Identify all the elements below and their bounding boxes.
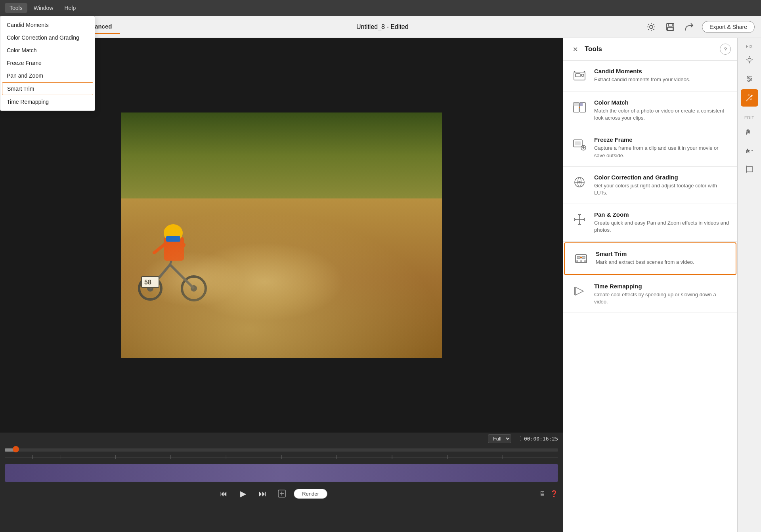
dust-overlay xyxy=(121,211,442,358)
pan-zoom-name: Pan & Zoom xyxy=(594,211,729,218)
color-correction-desc: Get your colors just right and adjust fo… xyxy=(594,182,729,196)
quality-select[interactable]: Full 1/2 1/4 xyxy=(488,434,511,443)
tool-item-candid-moments[interactable]: Candid Moments Extract candid moments fr… xyxy=(563,61,737,92)
time-remapping-desc: Create cool effects by speeding up or sl… xyxy=(594,291,729,305)
time-remapping-info: Time Remapping Create cool effects by sp… xyxy=(594,283,729,305)
export-share-button[interactable]: Export & Share xyxy=(702,21,755,33)
auto-fix-button[interactable] xyxy=(741,51,758,69)
menu-window[interactable]: Window xyxy=(29,3,58,13)
adjust-button[interactable] xyxy=(741,70,758,88)
svg-rect-70 xyxy=(577,256,580,259)
timeline-playhead[interactable] xyxy=(13,446,19,452)
color-match-info: Color Match Match the color of a photo o… xyxy=(594,99,729,122)
tools-panel-title: Tools xyxy=(585,45,602,53)
svg-point-73 xyxy=(576,260,578,262)
dropdown-candid-moments[interactable]: Candid Moments xyxy=(0,19,95,31)
timecode-display: 00:00:16:25 xyxy=(524,436,558,442)
dropdown-time-remapping[interactable]: Time Remapping xyxy=(0,95,95,108)
smart-trim-info: Smart Trim Mark and extract best scenes … xyxy=(596,250,728,266)
svg-rect-71 xyxy=(582,256,585,259)
transitions-button[interactable]: fx xyxy=(741,141,758,159)
edit-label: EDIT xyxy=(744,116,754,120)
sun-icon[interactable] xyxy=(645,21,658,33)
project-title: Untitled_8 - Edited xyxy=(356,23,409,31)
tool-item-pan-zoom[interactable]: Pan & Zoom Create quick and easy Pan and… xyxy=(563,204,737,241)
svg-marker-99 xyxy=(747,166,752,172)
freeze-frame-icon xyxy=(571,136,588,153)
time-remapping-name: Time Remapping xyxy=(594,283,729,290)
dropdown-freeze-frame[interactable]: Freeze Frame xyxy=(0,57,95,69)
svg-rect-11 xyxy=(667,28,673,31)
timeline-track[interactable] xyxy=(5,448,558,452)
effects-button[interactable]: fx xyxy=(741,122,758,140)
freeze-frame-name: Freeze Frame xyxy=(594,136,729,143)
color-match-name: Color Match xyxy=(594,99,729,106)
smart-trim-name: Smart Trim xyxy=(596,250,728,257)
right-sidebar: FIX xyxy=(737,38,761,532)
svg-rect-49 xyxy=(580,103,583,106)
svg-point-86 xyxy=(748,76,749,78)
svg-rect-48 xyxy=(574,103,579,106)
color-correction-icon xyxy=(571,174,588,191)
svg-line-94 xyxy=(751,99,752,99)
video-frame: 58 xyxy=(121,113,442,358)
svg-point-75 xyxy=(584,260,586,262)
menu-bar: Tools Window Help Candid Moments Color C… xyxy=(0,0,761,16)
help-circle-icon[interactable]: ❓ xyxy=(550,490,558,498)
svg-line-92 xyxy=(748,95,749,95)
color-match-icon xyxy=(571,99,588,116)
pan-zoom-icon xyxy=(571,211,588,228)
tools-panel-header: ✕ Tools ? xyxy=(563,38,737,61)
pan-zoom-desc: Create quick and easy Pan and Zoom effec… xyxy=(594,219,729,234)
tool-item-smart-trim[interactable]: Smart Trim Mark and extract best scenes … xyxy=(564,242,736,275)
skip-forward-button[interactable]: ⏭ xyxy=(256,488,270,500)
candid-moments-name: Candid Moments xyxy=(594,68,729,74)
tool-item-color-correction[interactable]: Color Correction and Grading Get your co… xyxy=(563,167,737,204)
svg-point-43 xyxy=(581,74,584,76)
tools-title-row: ✕ Tools xyxy=(570,44,602,55)
candid-moments-icon xyxy=(571,68,588,84)
video-controls-bar: Full 1/2 1/4 ⛶ 00:00:16:25 xyxy=(0,433,563,445)
magic-tool-button[interactable] xyxy=(741,89,758,107)
skip-back-button[interactable]: ⏮ xyxy=(216,488,231,500)
monitor-icon[interactable]: 🖥 xyxy=(539,490,545,497)
add-media-button[interactable] xyxy=(276,488,287,499)
color-correction-info: Color Correction and Grading Get your co… xyxy=(594,174,729,196)
tools-help-button[interactable]: ? xyxy=(720,44,731,55)
tool-item-time-remapping[interactable]: Time Remapping Create cool effects by sp… xyxy=(563,276,737,313)
tool-item-freeze-frame[interactable]: Freeze Frame Capture a frame from a clip… xyxy=(563,129,737,166)
menu-help[interactable]: Help xyxy=(59,3,80,13)
tool-item-color-match[interactable]: Color Match Match the color of a photo o… xyxy=(563,92,737,129)
color-match-desc: Match the color of a photo or video or c… xyxy=(594,107,729,122)
render-button[interactable]: Render xyxy=(294,489,327,499)
smart-trim-icon xyxy=(573,250,589,267)
freeze-frame-info: Freeze Frame Capture a frame from a clip… xyxy=(594,136,729,159)
color-correction-name: Color Correction and Grading xyxy=(594,174,729,181)
tools-panel: ✕ Tools ? Candid Moments Extract candid … xyxy=(563,38,737,532)
svg-line-89 xyxy=(746,97,750,101)
left-panel: 58 Full 1/2 1/4 ⛶ 00:00:16:25 xyxy=(0,38,563,532)
svg-marker-76 xyxy=(576,287,583,295)
dropdown-color-correction[interactable]: Color Correction and Grading xyxy=(0,31,95,44)
time-remapping-icon xyxy=(571,283,588,299)
share-icon[interactable] xyxy=(683,21,696,33)
svg-rect-10 xyxy=(668,23,672,26)
svg-rect-55 xyxy=(575,141,581,145)
dropdown-smart-trim[interactable]: Smart Trim xyxy=(2,82,93,95)
svg-text:fx: fx xyxy=(746,128,750,134)
dropdown-pan-zoom[interactable]: Pan and Zoom xyxy=(0,69,95,82)
main-layout: 58 Full 1/2 1/4 ⛶ 00:00:16:25 xyxy=(0,38,761,532)
svg-point-78 xyxy=(748,58,751,61)
svg-line-7 xyxy=(653,24,654,25)
menu-tools[interactable]: Tools xyxy=(5,3,27,13)
play-button[interactable]: ▶ xyxy=(237,487,249,500)
smart-trim-desc: Mark and extract best scenes from a vide… xyxy=(596,259,728,266)
svg-rect-42 xyxy=(576,74,580,77)
save-icon[interactable] xyxy=(664,21,677,33)
dropdown-color-match[interactable]: Color Match xyxy=(0,44,95,57)
fit-to-window-icon[interactable]: ⛶ xyxy=(514,435,521,442)
svg-point-58 xyxy=(578,181,581,183)
tools-close-button[interactable]: ✕ xyxy=(570,44,581,55)
crop-button[interactable] xyxy=(741,160,758,178)
candid-moments-desc: Extract candid moments from your videos. xyxy=(594,76,729,83)
